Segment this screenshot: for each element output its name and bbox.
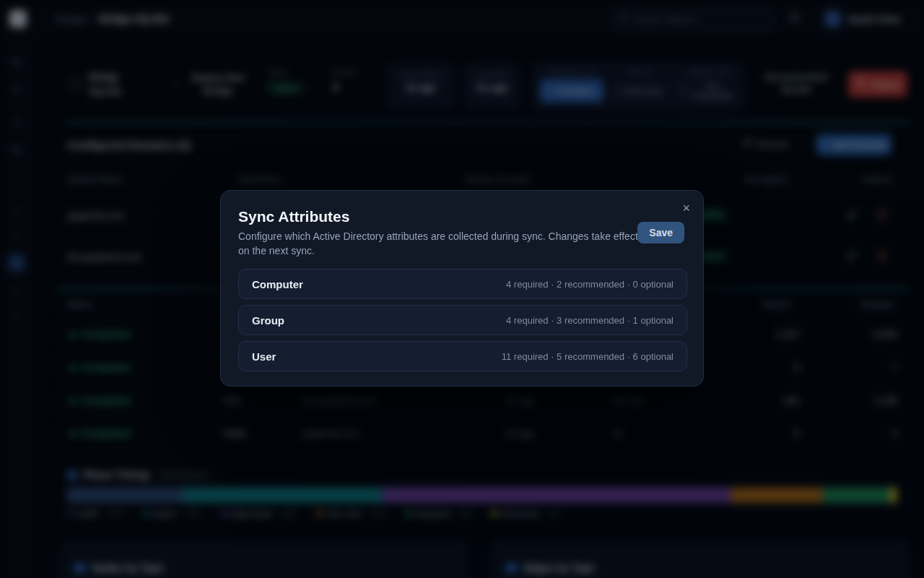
group-summary: 4 required · 2 recommended · 0 optional: [506, 279, 674, 290]
group-label: User: [252, 350, 276, 363]
close-icon[interactable]: ×: [682, 201, 690, 216]
attribute-group-group[interactable]: Group 4 required · 3 recommended · 1 opt…: [238, 305, 687, 335]
sync-attributes-modal: Sync Attributes × Configure which Active…: [220, 190, 704, 387]
group-label: Group: [252, 314, 284, 327]
save-button[interactable]: Save: [637, 222, 684, 243]
group-summary: 11 required · 5 recommended · 6 optional: [502, 351, 674, 362]
group-label: Computer: [252, 278, 303, 290]
modal-title: Sync Attributes: [238, 208, 349, 225]
app-window: Bridges / Bridge HQ-001 Search objects..…: [0, 0, 924, 578]
attribute-groups: Computer 4 required · 2 recommended · 0 …: [238, 269, 687, 371]
group-summary: 4 required · 3 recommended · 1 optional: [506, 315, 674, 326]
attribute-group-computer[interactable]: Computer 4 required · 2 recommended · 0 …: [238, 269, 687, 299]
modal-description: Configure which Active Directory attribu…: [238, 229, 642, 259]
attribute-group-user[interactable]: User 11 required · 5 recommended · 6 opt…: [238, 341, 687, 371]
